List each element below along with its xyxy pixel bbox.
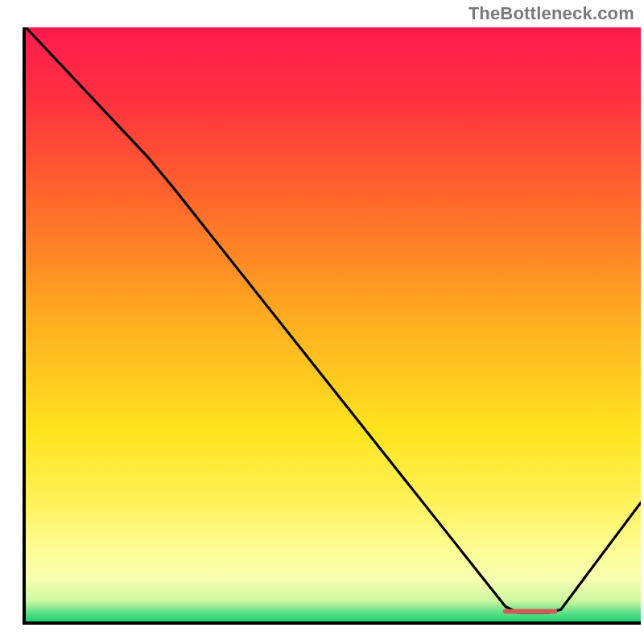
y-axis bbox=[23, 27, 26, 625]
chart-root: TheBottleneck.com bbox=[0, 0, 644, 644]
chart-svg bbox=[23, 27, 641, 625]
plot-background bbox=[26, 27, 641, 621]
chart-axes bbox=[23, 27, 641, 625]
x-axis bbox=[23, 621, 641, 625]
watermark-label: TheBottleneck.com bbox=[469, 3, 634, 24]
